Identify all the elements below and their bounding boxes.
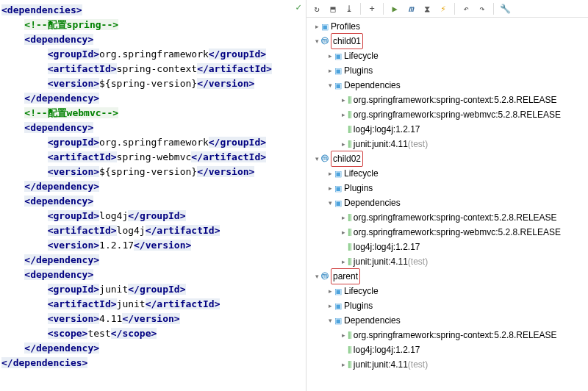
dependency-icon: ||| (348, 254, 351, 269)
tree-row[interactable]: ▸▣Plugins (306, 181, 588, 196)
scope-label: (test) (408, 137, 428, 151)
chevron-right-icon[interactable]: ▸ (339, 96, 348, 104)
code-line[interactable]: <dependency> (1, 121, 304, 135)
code-line[interactable]: <version>${spring-version}</version> (1, 76, 304, 91)
tree-row[interactable]: ▾ⓜparent (306, 269, 588, 284)
chevron-down-icon[interactable]: ▾ (326, 316, 334, 325)
tree-row[interactable]: ▸▣Lifecycle (306, 49, 588, 63)
tree-row[interactable]: |||log4j:log4j:1.2.17 (306, 342, 588, 357)
chevron-right-icon[interactable]: ▸ (339, 360, 348, 369)
tree-row[interactable]: ▾ⓜchild01 (306, 34, 588, 49)
collapse-button[interactable]: ↶ (459, 1, 473, 16)
tree-row[interactable]: ▸|||org.springframework:spring-context:5… (306, 210, 588, 225)
chevron-right-icon[interactable]: ▸ (312, 22, 321, 31)
maven-tree[interactable]: ▸▣Profiles▾ⓜchild01▸▣Lifecycle▸▣Plugins▾… (306, 18, 588, 391)
code-line[interactable]: <!--配置spring--> (1, 18, 304, 32)
chevron-right-icon[interactable]: ▸ (326, 66, 334, 75)
code-line[interactable]: </dependency> (1, 341, 304, 356)
code-line[interactable]: <artifactId>spring-context</artifactId> (1, 62, 304, 76)
separator-icon (454, 3, 455, 15)
tree-row[interactable]: ▸|||junit:junit:4.11 (test) (306, 254, 588, 269)
generate-sources-button[interactable]: ⬒ (326, 1, 340, 16)
execute-goal-button[interactable]: m (404, 1, 418, 16)
tree-row[interactable]: ▸▣Profiles (306, 19, 588, 34)
code-line[interactable]: </dependency> (1, 253, 304, 268)
expand-button[interactable]: ↷ (475, 1, 490, 16)
chevron-right-icon[interactable]: ▸ (326, 51, 334, 60)
tree-row[interactable]: ▾▣Dependencies (306, 313, 588, 328)
chevron-right-icon[interactable]: ▸ (326, 287, 334, 295)
code-line[interactable]: <version>1.2.17</version> (1, 238, 304, 253)
chevron-right-icon[interactable]: ▸ (339, 228, 348, 237)
settings-button[interactable]: 🔧 (498, 1, 512, 16)
chevron-right-icon[interactable]: ▸ (339, 213, 348, 222)
folder-icon: ▣ (334, 196, 342, 210)
tree-row[interactable]: ▸|||org.springframework:spring-context:5… (306, 328, 588, 342)
chevron-right-icon[interactable]: ▸ (326, 184, 334, 193)
chevron-down-icon[interactable]: ▾ (312, 154, 321, 163)
tree-label: Dependencies (344, 315, 401, 326)
chevron-right-icon[interactable]: ▸ (326, 169, 334, 178)
tree-row[interactable]: ▸|||org.springframework:spring-webmvc:5.… (306, 225, 588, 240)
tree-row[interactable]: ▸▣Lifecycle (306, 284, 588, 298)
tree-row[interactable]: |||log4j:log4j:1.2.17 (306, 240, 588, 254)
chevron-down-icon[interactable]: ▾ (326, 81, 334, 90)
separator-icon (383, 3, 384, 15)
tree-row[interactable]: ▸|||org.springframework:spring-context:5… (306, 93, 588, 107)
chevron-right-icon[interactable]: ▸ (339, 257, 348, 266)
tree-row[interactable]: ▸|||junit:junit:4.11 (test) (306, 137, 588, 151)
code-line[interactable]: <dependency> (1, 268, 304, 282)
code-line[interactable]: <groupId>org.springframework</groupId> (1, 47, 304, 62)
tree-label: junit:junit:4.11 (354, 359, 408, 370)
code-line[interactable]: <version>4.11</version> (1, 312, 304, 326)
tree-row[interactable]: ▾▣Dependencies (306, 196, 588, 210)
dependency-icon: ||| (348, 225, 351, 240)
add-button[interactable]: + (365, 1, 379, 16)
tree-row[interactable]: ▸|||junit:junit:4.11 (test) (306, 357, 588, 372)
dependency-icon: ||| (348, 107, 351, 122)
code-line[interactable]: <groupId>log4j</groupId> (1, 209, 304, 223)
code-line[interactable]: <artifactId>spring-webmvc</artifactId> (1, 150, 304, 165)
tree-row[interactable]: |||log4j:log4j:1.2.17 (306, 122, 588, 137)
code-line[interactable]: <dependency> (1, 194, 304, 209)
chevron-right-icon[interactable]: ▸ (326, 301, 334, 310)
tree-label: org.springframework:spring-context:5.2.8… (354, 95, 557, 105)
code-line[interactable]: <artifactId>junit</artifactId> (1, 297, 304, 312)
code-line[interactable]: <artifactId>log4j</artifactId> (1, 223, 304, 238)
maven-pane: ↻ ⬒ ⤓ + ▶ m ⧗ ⚡ ↶ ↷ 🔧 ▸▣Profiles▾ⓜchild0… (306, 0, 588, 391)
chevron-down-icon[interactable]: ▾ (312, 272, 321, 281)
tree-row[interactable]: ▸|||org.springframework:spring-webmvc:5.… (306, 107, 588, 122)
chevron-right-icon[interactable]: ▸ (339, 110, 348, 119)
code-line[interactable]: </dependency> (1, 91, 304, 106)
folder-icon: ▣ (321, 19, 329, 34)
code-line[interactable]: <dependency> (1, 32, 304, 47)
spacer-icon (339, 125, 348, 134)
chevron-right-icon[interactable]: ▸ (339, 140, 348, 148)
folder-icon: ▣ (334, 313, 342, 328)
toggle-skip-button[interactable]: ⧗ (420, 1, 434, 16)
run-button[interactable]: ▶ (387, 1, 402, 16)
xml-code[interactable]: <dependencies> <!--配置spring--> <dependen… (1, 3, 304, 370)
refresh-button[interactable]: ↻ (309, 1, 324, 16)
chevron-down-icon[interactable]: ▾ (326, 198, 334, 207)
tree-row[interactable]: ▸▣Plugins (306, 63, 588, 78)
tree-row[interactable]: ▸▣Plugins (306, 298, 588, 313)
tree-row[interactable]: ▸▣Lifecycle (306, 166, 588, 181)
code-line[interactable]: <version>${spring-version}</version> (1, 165, 304, 179)
chevron-right-icon[interactable]: ▸ (339, 331, 348, 340)
offline-button[interactable]: ⚡ (436, 1, 451, 16)
folder-icon: ▣ (334, 284, 342, 298)
code-line[interactable]: <groupId>org.springframework</groupId> (1, 135, 304, 150)
code-line[interactable]: <scope>test</scope> (1, 326, 304, 341)
tree-row[interactable]: ▾▣Dependencies (306, 78, 588, 93)
code-line[interactable]: </dependency> (1, 179, 304, 194)
chevron-down-icon[interactable]: ▾ (312, 37, 321, 46)
editor-pane[interactable]: ✓ <dependencies> <!--配置spring--> <depend… (0, 0, 306, 391)
code-line[interactable]: </dependencies> (1, 356, 304, 370)
download-button[interactable]: ⤓ (342, 1, 356, 16)
maven-module-icon: ⓜ (321, 151, 329, 166)
code-line[interactable]: <dependencies> (1, 3, 304, 18)
code-line[interactable]: <groupId>junit</groupId> (1, 282, 304, 297)
tree-row[interactable]: ▾ⓜchild02 (306, 151, 588, 166)
code-line[interactable]: <!--配置webmvc--> (1, 106, 304, 121)
